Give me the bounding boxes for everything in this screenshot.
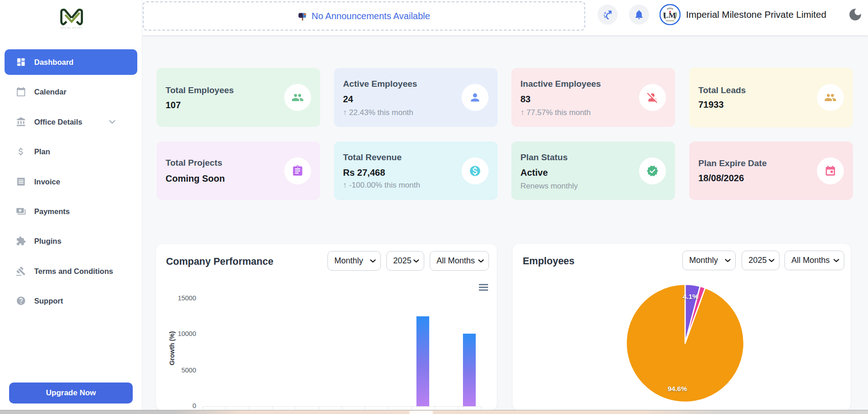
svg-text:LM: LM [663, 11, 676, 20]
